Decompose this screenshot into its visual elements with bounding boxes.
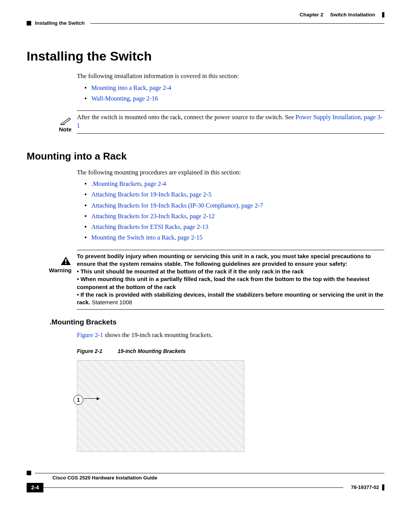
- xref-link[interactable]: Mounting the Switch into a Rack, page 2-…: [91, 234, 202, 241]
- xref-link[interactable]: .Mounting Brackets, page 2-4: [91, 180, 166, 187]
- figure-intro: Figure 2-1 shows the 19-inch rack mounti…: [77, 331, 384, 339]
- subsection-heading: .Mounting Brackets: [49, 317, 384, 327]
- chapter-label: Chapter 2: [299, 11, 323, 18]
- note-text: After the switch is mounted onto the rac…: [77, 113, 384, 130]
- xref-link[interactable]: Attaching Brackets for 19-Inch Racks, pa…: [91, 191, 212, 198]
- header-rule: [90, 23, 384, 24]
- link-list-2: .Mounting Brackets, page 2-4 Attaching B…: [77, 180, 384, 242]
- xref-link[interactable]: Mounting into a Rack, page 2-4: [91, 84, 171, 91]
- footer-pub-number: 78-19377-02: [343, 484, 379, 491]
- note-label: Note: [59, 126, 72, 133]
- xref-link[interactable]: Figure 2-1: [77, 331, 103, 339]
- header-right: Chapter 2 Switch Installation: [27, 11, 384, 18]
- svg-rect-1: [65, 259, 66, 262]
- footer-end-bar: [382, 484, 384, 490]
- figure-callout-1: 1: [73, 395, 83, 405]
- header-end-bar: [382, 12, 384, 18]
- note-callout: Note After the switch is mounted onto th…: [27, 110, 384, 134]
- figure-number: Figure 2-1: [77, 348, 102, 355]
- xref-link[interactable]: Attaching Brackets for ETSI Racks, page …: [91, 223, 208, 230]
- svg-rect-2: [65, 263, 66, 264]
- xref-link[interactable]: Attaching Brackets for 19-Inch Racks (IP…: [91, 202, 263, 209]
- warning-triangle-icon: [60, 256, 72, 266]
- figure-title: 19-inch Mounting Brackets: [118, 348, 186, 355]
- chapter-title: Switch Installation: [330, 11, 375, 18]
- figure-image: 1: [77, 360, 244, 452]
- link-list-1: Mounting into a Rack, page 2-4 Wall-Moun…: [77, 84, 384, 103]
- figure-caption: Figure 2-1 19-inch Mounting Brackets: [77, 348, 384, 355]
- page-number: 2-4: [27, 483, 43, 492]
- header-section: Installing the Switch: [35, 20, 85, 27]
- figure-arrow-icon: [84, 398, 99, 399]
- warning-label: Warning: [49, 267, 72, 273]
- xref-link[interactable]: Wall-Mounting, page 2-16: [91, 95, 158, 102]
- warning-text: To prevent bodily injury when mounting o…: [77, 252, 384, 307]
- intro-text-1: The following installation information i…: [77, 72, 384, 80]
- intro-text-2: The following mounting procedures are ex…: [77, 168, 384, 177]
- section-heading: Mounting into a Rack: [27, 150, 384, 163]
- header-square-icon: [27, 21, 31, 26]
- xref-link[interactable]: Attaching Brackets for 23-Inch Racks, pa…: [91, 212, 215, 220]
- footer-bottom: 2-4 78-19377-02: [27, 483, 384, 492]
- note-pencil-icon: [60, 117, 72, 125]
- page-title: Installing the Switch: [27, 48, 384, 65]
- header-left: Installing the Switch: [27, 20, 384, 27]
- warning-callout: Warning To prevent bodily injury when mo…: [27, 250, 384, 310]
- footer-doc-title: Cisco CGS 2520 Hardware Installation Gui…: [53, 474, 384, 481]
